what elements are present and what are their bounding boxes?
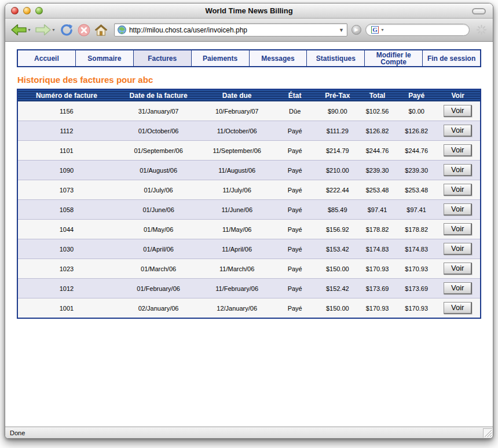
invoice-cell-action: Voir (435, 279, 481, 298)
voir-button[interactable]: Voir (444, 282, 472, 294)
invoice-cell-paye: $126.82 (397, 121, 435, 141)
invoice-cell-pre-tax: $111.29 (317, 121, 357, 141)
url-dropdown-icon[interactable]: ▼ (339, 27, 344, 33)
nav-tab-messages[interactable]: Messages (249, 50, 307, 66)
back-button[interactable]: ▼ (11, 24, 31, 36)
nav-tab-paiements[interactable]: Paiements (191, 50, 249, 66)
page-content: Accueil Sommaire Factures Paiements Mess… (5, 42, 493, 427)
page-title: Historique des factures pour abc (17, 75, 481, 85)
invoice-cell-paye: $178.82 (397, 220, 435, 239)
close-window-button[interactable] (11, 7, 19, 14)
invoice-cell-pre-tax: $210.00 (317, 161, 357, 180)
invoice-cell-pre-tax: $90.00 (317, 101, 357, 121)
home-button[interactable] (94, 24, 108, 36)
table-row: 1058 01/June/06 11/June/06 Payé $85.49 $… (17, 200, 481, 220)
url-bar[interactable]: http://milou.chost.ca/user/invoiceh.php … (114, 23, 347, 37)
invoice-cell-date-due: 11/March/06 (202, 259, 272, 279)
invoice-cell-paye: $244.76 (397, 141, 435, 161)
table-header-row: Numéro de facture Date de la facture Dat… (17, 89, 481, 101)
toolbar-toggle-pill[interactable] (472, 8, 486, 14)
invoice-cell-numero: 1090 (17, 161, 115, 180)
invoice-cell-pre-tax: $156.92 (317, 220, 357, 239)
zoom-window-button[interactable] (35, 7, 43, 14)
table-row: 1073 01/July/06 11/July/06 Payé $222.44 … (17, 180, 481, 200)
nav-tab-statistiques[interactable]: Statistiques (306, 50, 364, 66)
site-globe-icon (118, 26, 126, 34)
voir-button[interactable]: Voir (444, 144, 472, 156)
invoice-cell-date-facture: 01/April/06 (115, 239, 202, 259)
invoice-cell-pre-tax: $153.42 (317, 239, 357, 259)
voir-button[interactable]: Voir (444, 203, 472, 216)
voir-button[interactable]: Voir (444, 184, 472, 196)
invoice-cell-paye: $174.83 (397, 239, 435, 259)
invoice-cell-date-facture: 01/July/06 (115, 180, 202, 200)
stop-button[interactable] (78, 24, 90, 37)
invoice-cell-numero: 1044 (17, 220, 115, 239)
invoice-cell-date-due: 12/January/06 (202, 298, 272, 319)
invoice-cell-total: $97.41 (357, 200, 397, 220)
invoice-cell-action: Voir (435, 161, 481, 180)
invoice-cell-etat: Dûe (272, 101, 317, 121)
invoice-cell-date-due: 11/September/06 (202, 141, 272, 161)
window-controls (11, 7, 43, 14)
voir-button[interactable]: Voir (444, 263, 472, 275)
forward-icon (35, 24, 51, 36)
invoice-cell-total: $173.69 (357, 279, 397, 298)
nav-tab-fin-de-session[interactable]: Fin de session (422, 50, 480, 66)
invoice-cell-date-due: 10/February/07 (202, 101, 272, 121)
invoice-cell-date-due: 11/June/06 (202, 200, 272, 220)
invoice-cell-numero: 1023 (17, 259, 115, 279)
stop-icon (78, 24, 90, 37)
column-header-date-facture: Date de la facture (115, 89, 202, 101)
voir-button[interactable]: Voir (444, 243, 472, 255)
invoice-cell-total: $102.56 (357, 101, 397, 121)
table-row: 1112 01/October/06 11/October/06 Payé $1… (17, 121, 481, 141)
nav-tab-sommaire[interactable]: Sommaire (75, 50, 133, 66)
voir-button[interactable]: Voir (444, 223, 472, 235)
invoice-cell-total: $170.93 (357, 259, 397, 279)
invoice-cell-date-due: 11/October/06 (202, 121, 272, 141)
search-engine-caret-icon[interactable]: ▼ (380, 28, 385, 32)
invoice-cell-total: $253.48 (357, 180, 397, 200)
forward-button[interactable]: ▼ (35, 24, 56, 36)
invoice-cell-paye: $97.41 (397, 200, 435, 220)
column-header-numero: Numéro de facture (17, 89, 115, 101)
invoice-cell-action: Voir (435, 239, 481, 259)
invoice-cell-total: $126.82 (357, 121, 397, 141)
invoice-cell-etat: Payé (272, 220, 317, 239)
invoice-cell-action: Voir (435, 141, 481, 161)
invoice-cell-date-facture: 01/September/06 (115, 141, 202, 161)
resize-grip[interactable] (483, 428, 492, 438)
go-button[interactable]: ▶ (351, 25, 361, 35)
invoice-cell-date-due: 11/August/06 (202, 161, 272, 180)
window-title: World Time News Billing (205, 6, 292, 15)
invoice-cell-etat: Payé (272, 141, 317, 161)
invoice-cell-pre-tax: $222.44 (317, 180, 357, 200)
minimize-window-button[interactable] (23, 7, 31, 14)
invoice-cell-numero: 1012 (17, 279, 115, 298)
invoice-cell-action: Voir (435, 259, 481, 279)
invoice-cell-etat: Payé (272, 259, 317, 279)
voir-button[interactable]: Voir (444, 164, 472, 176)
invoice-cell-numero: 1156 (17, 101, 115, 121)
google-search-field[interactable]: G ▼ (365, 24, 470, 36)
invoice-cell-action: Voir (435, 101, 481, 121)
invoice-cell-date-facture: 01/October/06 (115, 121, 202, 141)
status-bar: Done (5, 427, 493, 438)
voir-button[interactable]: Voir (444, 125, 472, 137)
column-header-pre-tax: Pré-Tax (317, 89, 357, 101)
reload-button[interactable] (60, 23, 74, 37)
invoice-cell-date-due: 11/April/06 (202, 239, 272, 259)
voir-button[interactable]: Voir (444, 105, 472, 117)
url-input[interactable]: http://milou.chost.ca/user/invoiceh.php (129, 26, 336, 34)
invoice-cell-date-facture: 01/March/06 (115, 259, 202, 279)
invoice-cell-pre-tax: $85.49 (317, 200, 357, 220)
invoice-cell-paye: $239.30 (397, 161, 435, 180)
nav-tab-factures[interactable]: Factures (133, 50, 191, 66)
voir-button[interactable]: Voir (444, 302, 472, 314)
nav-tab-accueil[interactable]: Accueil (18, 50, 75, 66)
table-row: 1001 02/January/06 12/January/06 Payé $1… (17, 298, 481, 319)
invoice-cell-action: Voir (435, 220, 481, 239)
invoice-cell-date-due: 11/February/06 (202, 279, 272, 298)
nav-tab-modifier-le-compte[interactable]: Modifier le Compte (364, 50, 422, 66)
